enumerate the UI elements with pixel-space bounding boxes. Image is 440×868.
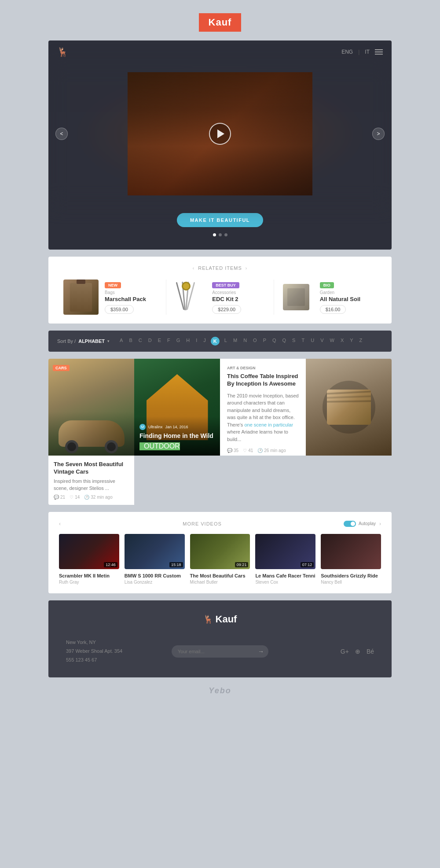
footer-address: New York, NY 397 Weber Shoal Apt. 354 55… [66, 638, 163, 664]
hero-dot-3[interactable] [224, 233, 227, 236]
alpha-letter-b[interactable]: B [128, 337, 133, 346]
blog-outdoor-tag: OUTDOOR [139, 442, 180, 450]
video-name-2: BMW S 1000 RR Custom [125, 573, 185, 579]
alpha-letter-m[interactable]: M [232, 337, 238, 346]
alpha-letter-v[interactable]: V [319, 337, 325, 346]
hero-video-frame[interactable] [128, 72, 312, 195]
sort-value[interactable]: ALPHABET [78, 338, 105, 344]
toggle-knob [351, 522, 355, 526]
related-item-info-1: NEW Bags Marschall Pack $359.00 [105, 280, 146, 314]
blog-grid: CARS The Seven Most Beautiful Vintage Ca… [48, 359, 392, 505]
related-price-2: $229.00 [212, 305, 241, 314]
alpha-letter-d[interactable]: D [147, 337, 153, 346]
videos-list: 12:46 Scrambler MK II Metin Ruth Gray 15… [59, 534, 381, 585]
sort-chevron-icon[interactable]: ▾ [107, 339, 110, 343]
related-title: RELATED ITEMS [198, 265, 242, 271]
videos-section: ‹ MORE VIDEOS Autoplay › 12:46 Scrambler… [48, 512, 392, 593]
footer-section: 🦌 Kauf New York, NY 397 Weber Shoal Apt.… [48, 600, 392, 677]
blog-card-article: ART & DESIGN This Coffee Table Inspired … [220, 359, 306, 456]
video-name-3: The Most Beautiful Cars [190, 573, 250, 579]
alpha-letter-o[interactable]: O [252, 337, 258, 346]
alpha-letter-l[interactable]: L [223, 337, 228, 346]
video-thumb-4[interactable]: 07:12 [255, 534, 315, 569]
lang-eng[interactable]: ENG [341, 49, 353, 55]
play-button[interactable] [209, 123, 231, 145]
related-category-1: Bags [105, 290, 146, 295]
video-name-4: Le Mans Cafe Racer Tenni [255, 573, 315, 579]
video-name-5: Southsiders Grizzly Ride [321, 573, 381, 579]
video-card: Southsiders Grizzly Ride Nancy Bell [321, 534, 381, 585]
video-author-3: Michael Butler [190, 580, 250, 585]
video-thumb-3[interactable]: 09:21 [190, 534, 250, 569]
blog-tag-cars: CARS [53, 365, 70, 371]
video-author-1: Ruth Gray [59, 580, 119, 585]
blog-meta-1: 💬 21 ♡ 14 🕐 32 min ago [54, 495, 129, 500]
related-name-2: EDC Kit 2 [212, 296, 241, 302]
alpha-letter-q[interactable]: Q [271, 337, 278, 346]
related-section: ‹ RELATED ITEMS › NEW Bags Marschall Pac… [48, 257, 392, 324]
video-thumb-2[interactable]: 15:18 [125, 534, 185, 569]
hero-dot-1[interactable] [213, 233, 216, 236]
footer-email-form[interactable]: → [172, 645, 268, 658]
hero-prev-arrow[interactable]: < [55, 128, 68, 140]
footer-email-submit[interactable]: → [258, 648, 264, 655]
alpha-letter-q[interactable]: Q [281, 337, 288, 346]
lang-it[interactable]: IT [365, 49, 370, 55]
hero-nav: 🦌 ENG | IT [48, 40, 392, 63]
related-prev-arrow[interactable]: ‹ [193, 266, 194, 271]
hero-dots [48, 233, 392, 236]
related-next-arrow[interactable]: › [246, 266, 247, 271]
alpha-letter-i[interactable]: I [194, 337, 198, 346]
blog-link-3[interactable]: one scene in particular [244, 422, 293, 427]
alpha-letter-c[interactable]: C [137, 337, 143, 346]
blog-overlay-tag-2: U Ultralinx Jan 14, 2016 [139, 424, 188, 430]
video-thumb-1[interactable]: 12:46 [59, 534, 119, 569]
alpha-letter-a[interactable]: A [118, 337, 124, 346]
alpha-letter-p[interactable]: P [262, 337, 268, 346]
hero-cta-button[interactable]: MAKE IT BEAUTIFUL [177, 213, 263, 227]
alpha-letter-t[interactable]: T [300, 337, 306, 346]
alpha-letter-z[interactable]: Z [358, 337, 364, 346]
alpha-letter-w[interactable]: W [328, 337, 335, 346]
site-logo-badge[interactable]: Kauf [199, 13, 242, 32]
alpha-letter-x[interactable]: X [339, 337, 345, 346]
related-badge-2: BEST BUY [212, 282, 239, 288]
google-plus-icon[interactable]: G+ [341, 648, 349, 655]
hero-section: 🦌 ENG | IT < > MAKE IT BEAUTIFU [48, 40, 392, 250]
videos-next-arrow[interactable]: › [379, 521, 381, 527]
globe-icon[interactable]: ⊕ [355, 648, 360, 655]
alpha-letter-g[interactable]: G [175, 337, 182, 346]
related-item-info-3: BIO Garden All Natural Soil $16.00 [320, 280, 360, 314]
video-card: 07:12 Le Mans Cafe Racer Tenni Steven Co… [255, 534, 315, 585]
main-container: 🦌 ENG | IT < > MAKE IT BEAUTIFU [48, 40, 392, 677]
blog-overlay-badge-2: U [139, 424, 146, 430]
video-duration-1: 12:46 [104, 562, 117, 567]
hamburger-menu[interactable] [375, 49, 383, 55]
hero-dot-2[interactable] [219, 233, 222, 236]
alpha-letter-s[interactable]: S [291, 337, 297, 346]
hero-logo-deer: 🦌 [57, 47, 68, 57]
alpha-letter-e[interactable]: E [157, 337, 162, 346]
alpha-letter-j[interactable]: J [202, 337, 207, 346]
videos-header: ‹ MORE VIDEOS Autoplay › [59, 521, 381, 527]
footer-deer-icon: 🦌 [203, 614, 213, 624]
alpha-letter-u[interactable]: U [309, 337, 315, 346]
video-author-4: Steven Cox [255, 580, 315, 585]
hero-next-arrow[interactable]: > [372, 128, 385, 140]
alpha-letter-h[interactable]: H [185, 337, 191, 346]
video-thumb-5[interactable] [321, 534, 381, 569]
autoplay-toggle[interactable]: Autoplay [344, 521, 376, 527]
alpha-letter-y[interactable]: Y [348, 337, 354, 346]
alpha-letter-k[interactable]: K [211, 337, 220, 346]
top-logo-bar: Kauf [0, 9, 440, 40]
videos-title-area: MORE VIDEOS [61, 521, 344, 526]
footer-email-input[interactable] [178, 649, 254, 654]
alpha-letter-f[interactable]: F [166, 337, 172, 346]
video-author-5: Nancy Bell [321, 580, 381, 585]
videos-title: MORE VIDEOS [183, 521, 222, 526]
alphabet-list: ABCDEFGHIJKLMNOPQQSTUVWXYZ [118, 337, 383, 346]
behance-icon[interactable]: Bé [367, 648, 374, 655]
alpha-letter-n[interactable]: N [242, 337, 248, 346]
related-category-2: Accessories [212, 290, 241, 295]
blog-card-house-img: U Ultralinx Jan 14, 2016 Finding Home in… [134, 359, 220, 456]
